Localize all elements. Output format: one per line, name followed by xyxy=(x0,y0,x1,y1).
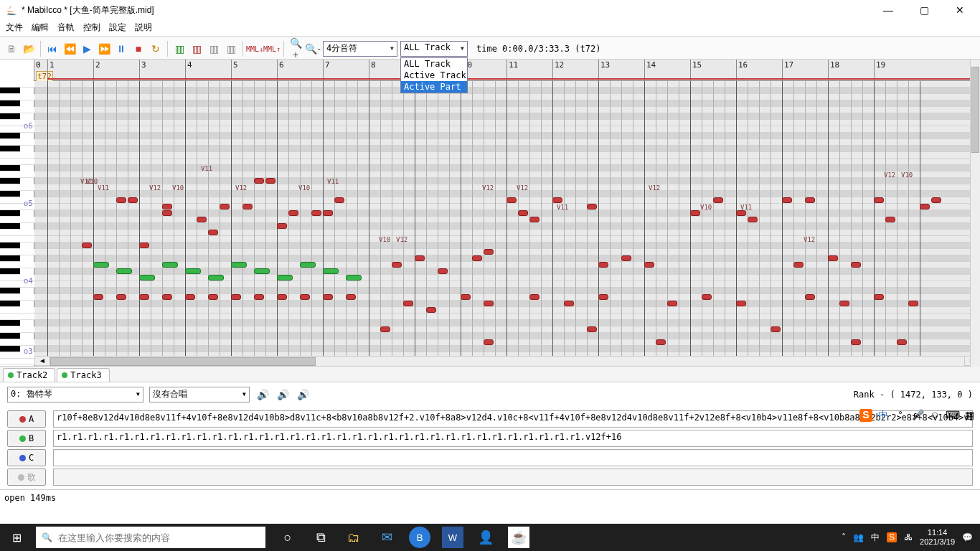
track-properties-row: 0: 魯特琴 沒有合唱 🔊 🔊 🔊 Rank - ( 1472, 133, 0 … xyxy=(0,382,980,407)
status-bar: open 149ms xyxy=(0,489,980,505)
track-option-active-part[interactable]: Active Part xyxy=(401,81,467,93)
mml-input-song xyxy=(53,468,973,486)
octave-label-o4: o4 xyxy=(24,276,33,286)
chorus-combo[interactable]: 沒有合唱 xyxy=(149,387,250,402)
marker-2-icon[interactable]: ▥ xyxy=(189,42,204,56)
open-file-icon[interactable]: 📂 xyxy=(22,42,36,56)
tempo-marker[interactable]: t72 xyxy=(36,71,53,82)
menubar: 文件 編輯 音軌 控制 設定 説明 xyxy=(0,20,980,36)
new-file-icon[interactable]: 🗎 xyxy=(4,42,19,56)
marker-1-icon[interactable]: ▥ xyxy=(172,42,187,56)
ime-apps-icon[interactable]: ▦ xyxy=(963,409,976,422)
octave-label-o3: o3 xyxy=(24,347,33,356)
mml-export-icon[interactable]: MML↑ xyxy=(265,42,279,56)
track-active-dot-icon xyxy=(62,372,67,378)
marker-3-icon[interactable]: ▥ xyxy=(207,42,221,56)
mml-label-c[interactable]: C xyxy=(7,449,46,466)
menu-settings[interactable]: 設定 xyxy=(109,22,126,34)
java-icon xyxy=(6,4,17,16)
hscroll-thumb[interactable] xyxy=(50,357,316,366)
mml-label-a[interactable]: A xyxy=(7,410,46,428)
sound-2-icon[interactable]: 🔊 xyxy=(275,387,290,402)
sound-3-icon[interactable]: 🔊 xyxy=(296,387,310,402)
rewind-icon[interactable]: ⏪ xyxy=(62,42,77,56)
menu-track[interactable]: 音軌 xyxy=(57,22,75,34)
vscroll-thumb[interactable] xyxy=(971,67,979,153)
note-grid[interactable]: V12V10V11V12V10V11V12V10V11V10V12V12V12V… xyxy=(34,81,980,356)
ime-emoji-icon[interactable]: ☺ xyxy=(928,409,941,422)
pause-icon[interactable]: ⏸ xyxy=(114,42,128,56)
loop-icon[interactable]: ↻ xyxy=(149,42,163,56)
ime-lang-icon[interactable]: 中 xyxy=(877,409,890,422)
octave-label-o5: o5 xyxy=(24,199,33,208)
menu-file[interactable]: 文件 xyxy=(6,22,23,34)
zoom-out-icon[interactable]: 🔍- xyxy=(306,42,320,56)
ime-mic-icon[interactable]: 🎤 xyxy=(911,409,924,422)
horizontal-scrollbar[interactable] xyxy=(50,356,964,366)
note-length-combo[interactable]: 4分音符 xyxy=(323,41,397,57)
titlebar: * MabiIcco * [大鱼-简单完整版.mid] — ▢ ✕ xyxy=(0,0,980,20)
mml-label-b[interactable]: B xyxy=(7,430,46,447)
window-title: * MabiIcco * [大鱼-简单完整版.mid] xyxy=(22,4,877,17)
measure-ruler[interactable]: 0 t72 12345678910111213141516171819 xyxy=(34,60,980,81)
hscroll-left-button[interactable]: ◄ xyxy=(34,356,50,366)
ime-toolbar: S 中 ° 🎤 ☺ ⌨ ▦ xyxy=(859,409,976,422)
play-icon[interactable]: ▶ xyxy=(80,42,94,56)
mml-import-icon[interactable]: MML↓ xyxy=(248,42,262,56)
close-button[interactable]: ✕ xyxy=(948,4,971,16)
sound-1-icon[interactable]: 🔊 xyxy=(255,387,270,402)
ime-sogou-icon[interactable]: S xyxy=(859,409,872,422)
piano-keyboard[interactable]: o6 o5 o4 o3 xyxy=(0,60,34,366)
ime-punct-icon[interactable]: ° xyxy=(894,409,907,422)
mml-input-a[interactable]: r10f+8e8v12d4v10d8e8v11f+4v10f+8e8v12d4v… xyxy=(53,410,973,428)
grid-viewport[interactable]: 0 t72 12345678910111213141516171819 V12V… xyxy=(34,60,980,366)
mml-input-c[interactable] xyxy=(53,449,973,466)
mml-panel: A r10f+8e8v12d4v10d8e8v11f+4v10f+8e8v12d… xyxy=(0,407,980,489)
track-filter-dropdown: ALL Track Active Track Active Part xyxy=(400,57,468,93)
skip-start-icon[interactable]: ⏮ xyxy=(45,42,60,56)
tab-track2[interactable]: Track2 xyxy=(3,368,55,382)
track-filter-combo[interactable]: ALL Track ALL Track Active Track Active … xyxy=(400,41,468,57)
rank-display: Rank - ( 1472, 133, 0 ) xyxy=(854,390,973,400)
instrument-combo[interactable]: 0: 魯特琴 xyxy=(7,387,143,402)
fast-forward-icon[interactable]: ⏩ xyxy=(97,42,111,56)
menu-edit[interactable]: 編輯 xyxy=(32,22,49,34)
track-option-all[interactable]: ALL Track xyxy=(401,58,467,70)
octave-label-o6: o6 xyxy=(24,121,33,131)
mml-label-song: 歌 xyxy=(7,468,46,486)
track-option-active-track[interactable]: Active Track xyxy=(401,70,467,81)
time-display: time 0:00.0/3:33.3 (t72) xyxy=(476,44,600,54)
maximize-button[interactable]: ▢ xyxy=(913,4,936,16)
zoom-in-icon[interactable]: 🔍+ xyxy=(288,42,303,56)
minimize-button[interactable]: — xyxy=(877,4,900,16)
mml-input-b[interactable]: r1.r1.r1.r1.r1.r1.r1.r1.r1.r1.r1.r1.r1.r… xyxy=(53,430,973,447)
piano-roll-editor: o6 o5 o4 o3 0 t72 1234567891011121314151… xyxy=(0,60,980,367)
ime-keyboard-icon[interactable]: ⌨ xyxy=(946,409,958,422)
track-active-dot-icon xyxy=(8,372,14,378)
marker-4-icon[interactable]: ▥ xyxy=(224,42,238,56)
ruler-origin: 0 xyxy=(36,60,41,70)
stop-icon[interactable]: ■ xyxy=(131,42,146,56)
track-tabs: Track2 Track3 xyxy=(0,367,980,382)
menu-control[interactable]: 控制 xyxy=(83,22,100,34)
tab-track3[interactable]: Track3 xyxy=(57,368,109,382)
svg-point-0 xyxy=(7,14,16,15)
vertical-scrollbar[interactable] xyxy=(970,60,980,367)
menu-help[interactable]: 説明 xyxy=(135,22,152,34)
toolbar: 🗎 📂 ⏮ ⏪ ▶ ⏩ ⏸ ■ ↻ ▥ ▥ ▥ ▥ MML↓ MML↑ 🔍+ 🔍… xyxy=(0,37,980,60)
